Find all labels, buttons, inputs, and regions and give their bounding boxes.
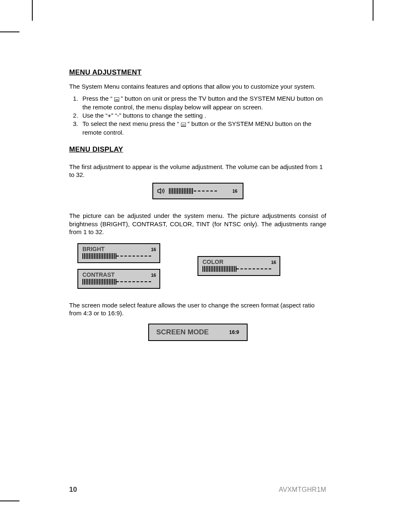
- contrast-value: 16: [151, 273, 156, 278]
- color-osd-box: COLOR 16: [198, 256, 280, 276]
- screen-mode-value: 16:9: [229, 329, 239, 335]
- heading-menu-adjustment: MENU ADJUSTMENT: [69, 68, 326, 77]
- contrast-slider: [82, 279, 156, 285]
- screen-paragraph: The screen mode select feature allows th…: [69, 301, 326, 317]
- bright-osd-box: BRIGHT 16: [77, 243, 160, 263]
- color-label: COLOR: [202, 259, 224, 265]
- color-value: 16: [271, 260, 276, 265]
- screen-mode-osd-box: SCREEN MODE 16:9: [148, 324, 248, 341]
- svg-rect-0: [114, 97, 119, 101]
- contrast-label: CONTRAST: [82, 271, 115, 278]
- step-3-text-a: To select the next menu press the “: [82, 120, 181, 127]
- model-number: AVXMTGHR1M: [279, 486, 326, 493]
- bright-slider: [82, 253, 156, 259]
- volume-value: 16: [232, 189, 237, 193]
- screen-mode-label: SCREEN MODE: [157, 328, 209, 336]
- svg-rect-2: [181, 123, 186, 126]
- volume-osd-box: 16: [152, 183, 243, 199]
- menu-icon: [114, 95, 119, 103]
- volume-slider: [169, 188, 217, 194]
- step-1-text-a: Press the “: [82, 95, 114, 102]
- contrast-osd-box: CONTRAST 16: [77, 269, 160, 289]
- step-2: Use the “+” “-” buttons to change the se…: [80, 111, 326, 119]
- menu-icon: [181, 121, 186, 128]
- bright-value: 16: [151, 247, 156, 252]
- heading-menu-display: MENU DISPLAY: [69, 145, 326, 154]
- color-slider: [202, 266, 276, 272]
- volume-paragraph: The first adjustment to appear is the vo…: [69, 163, 326, 179]
- step-1: Press the “ ” button on unit or press th…: [80, 94, 326, 111]
- picture-paragraph: The picture can be adjusted under the sy…: [69, 212, 326, 236]
- intro-paragraph: The System Menu contains features and op…: [69, 82, 326, 90]
- step-3: To select the next menu press the “ ” bu…: [80, 120, 326, 136]
- speaker-icon: [157, 188, 166, 194]
- page-number: 10: [69, 486, 77, 494]
- bright-label: BRIGHT: [82, 246, 105, 252]
